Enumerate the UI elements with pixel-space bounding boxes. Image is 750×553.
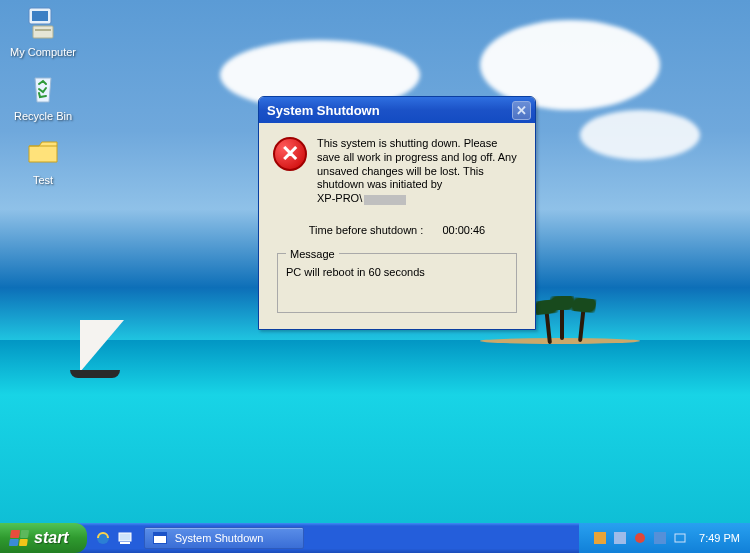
- desktop-icon-recycle-bin[interactable]: Recycle Bin: [6, 68, 80, 122]
- message-legend: Message: [286, 248, 339, 260]
- desktop[interactable]: My Computer Recycle Bin Test Syste: [0, 0, 750, 523]
- tray-icon[interactable]: [673, 531, 687, 545]
- taskbar-clock[interactable]: 7:49 PM: [699, 532, 740, 544]
- shutdown-message: This system is shutting down. Please sav…: [317, 137, 521, 206]
- taskbar-button-label: System Shutdown: [175, 532, 264, 544]
- error-icon: ✕: [273, 137, 307, 171]
- svg-rect-7: [594, 532, 606, 544]
- quick-launch: [87, 523, 141, 553]
- svg-rect-6: [120, 542, 130, 544]
- dialog-titlebar[interactable]: System Shutdown ✕: [259, 97, 535, 123]
- svg-point-9: [635, 533, 645, 543]
- desktop-icon-label: Test: [6, 174, 80, 186]
- desktop-icons: My Computer Recycle Bin Test: [6, 4, 80, 196]
- shutdown-message-text: This system is shutting down. Please sav…: [317, 137, 517, 190]
- folder-icon: [23, 132, 63, 172]
- desktop-icon-folder-test[interactable]: Test: [6, 132, 80, 186]
- recycle-bin-icon: [23, 68, 63, 108]
- start-label: start: [34, 529, 69, 547]
- timer-label: Time before shutdown :: [309, 224, 424, 236]
- tray-icon[interactable]: [633, 531, 647, 545]
- dialog-title: System Shutdown: [267, 103, 380, 118]
- system-shutdown-dialog[interactable]: System Shutdown ✕ ✕ This system is shutt…: [258, 96, 536, 330]
- wallpaper-palm: [578, 304, 586, 342]
- tray-icon[interactable]: [653, 531, 667, 545]
- desktop-icon-my-computer[interactable]: My Computer: [6, 4, 80, 58]
- system-tray: 7:49 PM: [579, 523, 750, 553]
- windows-logo-icon: [9, 530, 29, 546]
- wallpaper-sailboat: [80, 320, 124, 372]
- quick-launch-show-desktop-icon[interactable]: [117, 530, 133, 546]
- timer-value: 00:00:46: [442, 224, 485, 236]
- desktop-icon-label: Recycle Bin: [6, 110, 80, 122]
- close-button[interactable]: ✕: [512, 101, 531, 120]
- message-groupbox: Message PC will reboot in 60 seconds: [277, 248, 517, 313]
- svg-rect-5: [119, 533, 131, 541]
- close-icon: ✕: [516, 104, 527, 117]
- quick-launch-ie-icon[interactable]: [95, 530, 111, 546]
- svg-rect-11: [675, 534, 685, 542]
- svg-rect-1: [32, 11, 48, 21]
- start-button[interactable]: start: [0, 523, 87, 553]
- initiator-redacted: [364, 195, 406, 205]
- shutdown-timer: Time before shutdown : 00:00:46: [273, 224, 521, 236]
- message-text: PC will reboot in 60 seconds: [286, 266, 508, 278]
- initiator-prefix: XP-PRO\: [317, 192, 362, 206]
- svg-rect-2: [33, 26, 53, 38]
- desktop-icon-label: My Computer: [6, 46, 80, 58]
- tray-icon[interactable]: [613, 531, 627, 545]
- svg-rect-3: [35, 29, 51, 31]
- window-icon: [153, 532, 167, 544]
- shutdown-initiator: XP-PRO\: [317, 192, 406, 206]
- computer-icon: [23, 4, 63, 44]
- taskbar-button-system-shutdown[interactable]: System Shutdown: [144, 527, 304, 549]
- tray-icon[interactable]: [593, 531, 607, 545]
- svg-rect-10: [654, 532, 666, 544]
- wallpaper-palm: [560, 302, 564, 340]
- dialog-body: ✕ This system is shutting down. Please s…: [259, 123, 535, 329]
- taskbar: start System Shutdown 7:49 PM: [0, 523, 750, 553]
- wallpaper-cloud: [580, 110, 700, 160]
- svg-rect-8: [614, 532, 626, 544]
